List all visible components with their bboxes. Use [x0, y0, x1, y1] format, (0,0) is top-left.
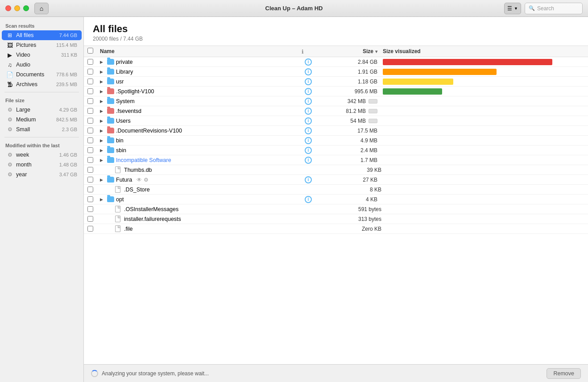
info-circle[interactable]: i	[305, 176, 312, 183]
row-info-futura[interactable]: i	[302, 176, 315, 183]
table-row: ▶ opt i 4 KB	[84, 195, 588, 204]
expand-icon[interactable]: ▶	[100, 79, 105, 84]
row-info-docrevisions[interactable]: i	[302, 127, 315, 134]
row-check-bin[interactable]	[87, 137, 100, 143]
minimize-button[interactable]	[14, 5, 20, 11]
header-check[interactable]	[87, 48, 100, 55]
info-circle[interactable]: i	[305, 98, 312, 105]
row-check-fseventsd[interactable]	[87, 108, 100, 114]
expand-icon[interactable]: ▶	[100, 158, 105, 162]
info-circle[interactable]: i	[305, 196, 312, 203]
info-circle[interactable]: i	[305, 58, 312, 66]
row-check-private[interactable]	[87, 59, 100, 65]
expand-icon[interactable]: ▶	[100, 148, 105, 153]
sidebar-item-archives[interactable]: 🗜 Archives 239.5 MB	[2, 79, 82, 89]
sidebar-size-small: 2.3 GB	[62, 127, 77, 132]
expand-icon[interactable]: ▶	[100, 138, 105, 143]
folder-icon	[107, 137, 114, 143]
header-name[interactable]: Name	[100, 48, 302, 54]
expand-icon[interactable]: ▶	[100, 109, 105, 113]
page-title: All files	[93, 23, 579, 35]
sidebar-size-documents: 778.6 MB	[56, 72, 77, 77]
sidebar-item-small[interactable]: ⚙ Small 2.3 GB	[2, 125, 82, 134]
row-check-users[interactable]	[87, 118, 100, 124]
sidebar-item-all-files[interactable]: ⊞ All files 7.44 GB	[2, 30, 82, 40]
sidebar-label-week: week	[16, 152, 57, 158]
home-button[interactable]: ⌂	[34, 3, 49, 14]
sidebar-item-pictures[interactable]: 🖼 Pictures 115.4 MB	[2, 40, 82, 50]
header-size[interactable]: Size ▾	[315, 48, 377, 54]
home-icon: ⌂	[40, 5, 43, 12]
row-check-system[interactable]	[87, 98, 100, 104]
close-button[interactable]	[5, 5, 11, 11]
row-info-usr[interactable]: i	[302, 78, 315, 85]
row-check-library[interactable]	[87, 69, 100, 75]
row-info-users[interactable]: i	[302, 117, 315, 125]
sidebar-item-month[interactable]: ⚙ month 1.48 GB	[2, 160, 82, 170]
info-circle[interactable]: i	[305, 78, 312, 85]
info-circle[interactable]: i	[305, 147, 312, 154]
row-info-sbin[interactable]: i	[302, 147, 315, 154]
sidebar-item-documents[interactable]: 📄 Documents 778.6 MB	[2, 70, 82, 79]
expand-icon[interactable]: ▶	[100, 178, 105, 182]
expand-icon[interactable]: ▶	[100, 60, 105, 64]
row-info-opt[interactable]: i	[302, 196, 315, 203]
info-circle[interactable]: i	[305, 108, 312, 115]
row-info-library[interactable]: i	[302, 68, 315, 75]
row-info-fseventsd[interactable]: i	[302, 108, 315, 115]
row-check-futura[interactable]	[87, 177, 100, 183]
expand-icon[interactable]: ▶	[100, 89, 105, 94]
row-check-sbin[interactable]	[87, 147, 100, 153]
table-row: .OSInstallerMessages 591 bytes	[84, 204, 588, 214]
table-row: ▶ sbin i 2.4 MB	[84, 145, 588, 155]
info-circle[interactable]: i	[305, 68, 312, 75]
filename: Thumbs.db	[124, 167, 152, 173]
sidebar-item-video[interactable]: ▶ Video 311 KB	[2, 50, 82, 60]
info-circle[interactable]: i	[305, 157, 312, 164]
info-circle[interactable]: i	[305, 127, 312, 134]
folder-icon	[107, 147, 114, 153]
mini-size-bar	[369, 119, 377, 123]
row-info-spotlight[interactable]: i	[302, 88, 315, 95]
sidebar-item-week[interactable]: ⚙ week 1.46 GB	[2, 150, 82, 160]
info-circle[interactable]: i	[305, 137, 312, 144]
row-check-file[interactable]	[87, 226, 100, 232]
view-switcher[interactable]: ☰ ▼	[504, 3, 521, 14]
row-info-incompatible[interactable]: i	[302, 157, 315, 164]
table-row: ▶ bin i 4.9 MB	[84, 136, 588, 145]
row-check-opt[interactable]	[87, 196, 100, 202]
audio-icon: ♫	[6, 61, 13, 68]
select-all-checkbox[interactable]	[87, 48, 93, 54]
row-check-usr[interactable]	[87, 79, 100, 84]
row-check-spotlight[interactable]	[87, 88, 100, 94]
expand-icon[interactable]: ▶	[100, 99, 105, 104]
expand-icon[interactable]: ▶	[100, 119, 105, 123]
header-vis: Size visualized	[377, 48, 584, 54]
sidebar-item-medium[interactable]: ⚙ Medium 842.5 MB	[2, 115, 82, 125]
search-box[interactable]: 🔍 Search	[525, 3, 583, 14]
expand-icon[interactable]: ▶	[100, 70, 105, 74]
sidebar-label-month: month	[16, 162, 57, 168]
row-check-dsstore[interactable]	[87, 187, 100, 192]
row-check-docrevisions[interactable]	[87, 128, 100, 133]
table-row: ▶ Incompatible Software i 1.7 MB	[84, 155, 588, 165]
size-bar	[383, 88, 442, 95]
row-check-thumbs[interactable]	[87, 167, 100, 173]
row-check-installer-fail[interactable]	[87, 216, 100, 222]
info-circle[interactable]: i	[305, 117, 312, 125]
row-info-bin[interactable]: i	[302, 137, 315, 144]
row-info-private[interactable]: i	[302, 58, 315, 66]
sidebar-item-audio[interactable]: ♫ Audio	[2, 60, 82, 70]
row-info-system[interactable]: i	[302, 98, 315, 105]
sidebar-item-year[interactable]: ⚙ year 3.47 GB	[2, 170, 82, 179]
video-icon: ▶	[6, 51, 13, 58]
expand-icon[interactable]: ▶	[100, 129, 105, 133]
expand-icon[interactable]: ▶	[100, 197, 105, 202]
remove-button[interactable]: Remove	[547, 368, 581, 379]
sidebar-item-large[interactable]: ⚙ Large 4.29 GB	[2, 105, 82, 115]
info-circle[interactable]: i	[305, 88, 312, 95]
row-check-incompatible[interactable]	[87, 157, 100, 163]
row-size-usr: 1.18 GB	[315, 79, 377, 85]
row-check-osinstaller[interactable]	[87, 206, 100, 212]
maximize-button[interactable]	[23, 5, 29, 11]
